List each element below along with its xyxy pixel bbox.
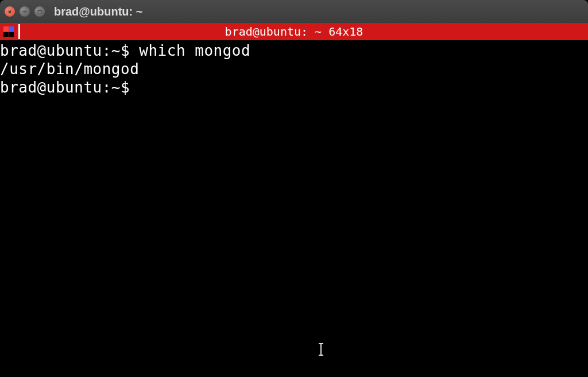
terminal-tab-icon[interactable] [0, 23, 17, 40]
window-controls: × − □ [5, 6, 45, 17]
maximize-icon[interactable]: □ [34, 6, 45, 17]
terminal-line: brad@ubuntu:~$ which mongod [0, 41, 588, 60]
close-icon[interactable]: × [5, 6, 15, 17]
prompt: brad@ubuntu:~$ [0, 42, 139, 59]
terminal-line: brad@ubuntu:~$ [0, 78, 588, 97]
text-cursor-icon [320, 344, 322, 355]
tab-title: brad@ubuntu: ~ 64x18 [225, 25, 363, 39]
terminal-line: /usr/bin/mongod [0, 60, 588, 78]
terminal-body[interactable]: brad@ubuntu:~$ which mongod /usr/bin/mon… [0, 40, 588, 377]
minimize-icon[interactable]: − [20, 6, 30, 17]
terminal-tabbar: brad@ubuntu: ~ 64x18 [0, 23, 588, 40]
command-text: which mongod [139, 42, 250, 59]
window-titlebar: × − □ brad@ubuntu: ~ [0, 0, 588, 23]
prompt: brad@ubuntu:~$ [0, 79, 139, 96]
grid-icon [3, 26, 14, 37]
window-title: brad@ubuntu: ~ [54, 5, 142, 18]
tab-cursor [18, 24, 20, 39]
output-text: /usr/bin/mongod [0, 60, 139, 78]
